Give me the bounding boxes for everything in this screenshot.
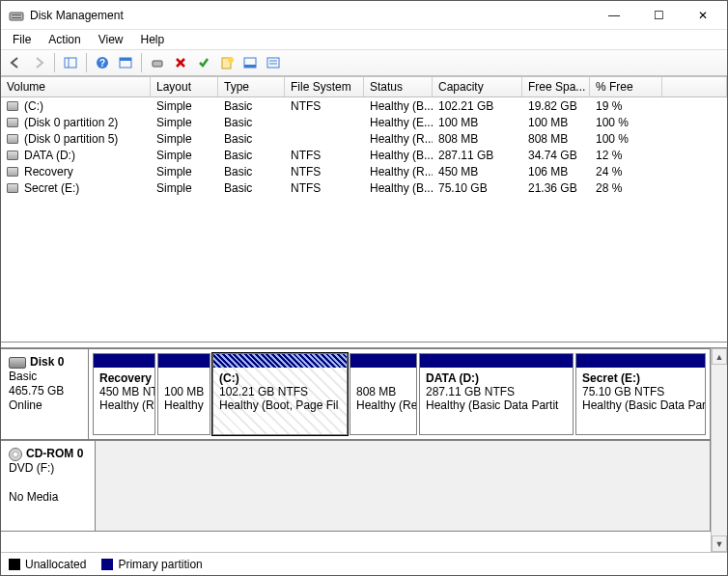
scroll-down-button[interactable]: ▼ — [712, 535, 727, 552]
partition[interactable]: DATA (D:)287.11 GB NTFSHealthy (Basic Da… — [419, 353, 574, 435]
svg-rect-13 — [244, 65, 256, 68]
col-pctfree[interactable]: % Free — [590, 77, 662, 96]
separator — [86, 53, 87, 72]
partition-text: 100 MBHealthy — [158, 368, 210, 416]
legend-unallocated-label: Unallocated — [25, 558, 86, 571]
cell-freespace: 21.36 GB — [522, 181, 590, 195]
settings-bottom-button[interactable] — [239, 52, 261, 73]
disk-label: Disk 0Basic465.75 GBOnline — [1, 349, 89, 439]
cell-type: Basic — [218, 116, 285, 129]
new-button[interactable] — [216, 52, 238, 73]
col-volume[interactable]: Volume — [1, 77, 151, 96]
col-type[interactable]: Type — [218, 77, 285, 96]
cell-freespace: 808 MB — [522, 132, 590, 146]
col-freespace[interactable]: Free Spa... — [522, 77, 590, 96]
scroll-track[interactable] — [712, 365, 727, 535]
forward-button[interactable] — [28, 52, 49, 73]
partition[interactable]: Secret (E:)75.10 GB NTFSHealthy (Basic D… — [575, 353, 706, 435]
cell-volume: (C:) — [1, 99, 151, 113]
cell-volume: DATA (D:) — [1, 149, 151, 162]
cell-pctfree: 24 % — [590, 165, 662, 178]
svg-rect-8 — [120, 58, 131, 61]
partition[interactable]: (C:)102.21 GB NTFSHealthy (Boot, Page Fi… — [212, 353, 348, 435]
settings-top-button[interactable] — [115, 52, 136, 73]
col-filesystem[interactable]: File System — [285, 77, 364, 96]
cell-pctfree: 100 % — [590, 132, 662, 146]
volume-icon — [7, 183, 18, 193]
cell-filesystem: NTFS — [285, 181, 364, 195]
back-button[interactable] — [5, 52, 26, 73]
partition-stripe — [576, 354, 705, 368]
cell-status: Healthy (E... — [364, 116, 433, 129]
cell-freespace: 19.82 GB — [522, 99, 590, 113]
partition-text: DATA (D:)287.11 GB NTFSHealthy (Basic Da… — [420, 368, 573, 416]
refresh-button[interactable] — [147, 52, 168, 73]
svg-point-11 — [228, 57, 234, 63]
partition-stripe — [158, 354, 210, 368]
disk-layout-pane: Disk 0Basic465.75 GBOnlineRecovery450 MB… — [1, 347, 727, 552]
help-button[interactable]: ? — [92, 52, 113, 73]
disk-row[interactable]: CD-ROM 0DVD (F:)No Media — [1, 440, 711, 532]
maximize-button[interactable]: ☐ — [636, 1, 681, 29]
minimize-button[interactable]: — — [592, 1, 636, 29]
partition[interactable]: Recovery450 MB NTHealthy (R — [93, 353, 155, 435]
table-row[interactable]: DATA (D:)SimpleBasicNTFSHealthy (B...287… — [1, 147, 727, 163]
menu-action[interactable]: Action — [41, 32, 88, 47]
show-hide-tree-button[interactable] — [60, 52, 81, 73]
cell-status: Healthy (R... — [364, 132, 433, 146]
cell-filesystem: NTFS — [285, 149, 364, 162]
legend-unallocated: Unallocated — [9, 558, 86, 571]
cell-layout: Simple — [151, 99, 218, 113]
partition-stripe — [213, 354, 347, 368]
titlebar[interactable]: Disk Management — ☐ ✕ — [1, 1, 727, 30]
delete-button[interactable] — [170, 52, 191, 73]
cell-layout: Simple — [151, 149, 218, 162]
cell-status: Healthy (B... — [364, 149, 433, 162]
volume-grid-body[interactable]: (C:)SimpleBasicNTFSHealthy (B...102.21 G… — [1, 97, 727, 196]
cell-volume: (Disk 0 partition 5) — [1, 132, 151, 146]
close-button[interactable]: ✕ — [681, 1, 725, 29]
menu-file[interactable]: File — [5, 32, 39, 47]
legend: Unallocated Primary partition — [1, 552, 727, 575]
table-row[interactable]: Secret (E:)SimpleBasicNTFSHealthy (B...7… — [1, 179, 727, 196]
col-capacity[interactable]: Capacity — [433, 77, 522, 96]
cell-status: Healthy (B... — [364, 99, 433, 113]
svg-rect-9 — [153, 61, 162, 67]
settings-list-button[interactable] — [263, 52, 284, 73]
col-status[interactable]: Status — [364, 77, 433, 96]
menu-help[interactable]: Help — [133, 32, 173, 47]
volume-list-pane: (C:)SimpleBasicNTFSHealthy (B...102.21 G… — [1, 97, 727, 343]
check-button[interactable] — [193, 52, 214, 73]
cell-layout: Simple — [151, 132, 218, 146]
cell-layout: Simple — [151, 116, 218, 129]
volume-icon — [7, 101, 18, 111]
svg-rect-14 — [267, 58, 279, 68]
svg-rect-2 — [12, 17, 21, 18]
window-title: Disk Management — [30, 9, 592, 22]
table-row[interactable]: (Disk 0 partition 5)SimpleBasicHealthy (… — [1, 130, 727, 147]
cell-pctfree: 19 % — [590, 99, 662, 113]
cell-type: Basic — [218, 132, 285, 146]
table-row[interactable]: (C:)SimpleBasicNTFSHealthy (B...102.21 G… — [1, 97, 727, 114]
cell-pctfree: 12 % — [590, 149, 662, 162]
scroll-up-button[interactable]: ▲ — [712, 348, 727, 365]
partition-area: Recovery450 MB NTHealthy (R100 MBHealthy… — [89, 349, 710, 439]
cell-capacity: 75.10 GB — [433, 181, 522, 195]
legend-primary: Primary partition — [101, 558, 202, 571]
cell-type: Basic — [218, 99, 285, 113]
cell-volume: Recovery — [1, 165, 151, 178]
col-layout[interactable]: Layout — [151, 77, 218, 96]
table-row[interactable]: (Disk 0 partition 2)SimpleBasicHealthy (… — [1, 114, 727, 130]
partition[interactable]: 808 MBHealthy (Re — [350, 353, 417, 435]
disk-row[interactable]: Disk 0Basic465.75 GBOnlineRecovery450 MB… — [1, 348, 711, 440]
svg-rect-0 — [10, 13, 23, 20]
disk-label: CD-ROM 0DVD (F:)No Media — [1, 441, 96, 531]
partition-stripe — [420, 354, 573, 368]
partition-text: Recovery450 MB NTHealthy (R — [94, 368, 154, 416]
table-row[interactable]: RecoverySimpleBasicNTFSHealthy (R...450 … — [1, 163, 727, 179]
vertical-scrollbar[interactable]: ▲ ▼ — [711, 348, 727, 552]
cdrom-icon — [9, 448, 22, 461]
partition[interactable]: 100 MBHealthy — [157, 353, 210, 435]
menu-view[interactable]: View — [91, 32, 131, 47]
disk-scroll-area[interactable]: Disk 0Basic465.75 GBOnlineRecovery450 MB… — [1, 348, 711, 552]
